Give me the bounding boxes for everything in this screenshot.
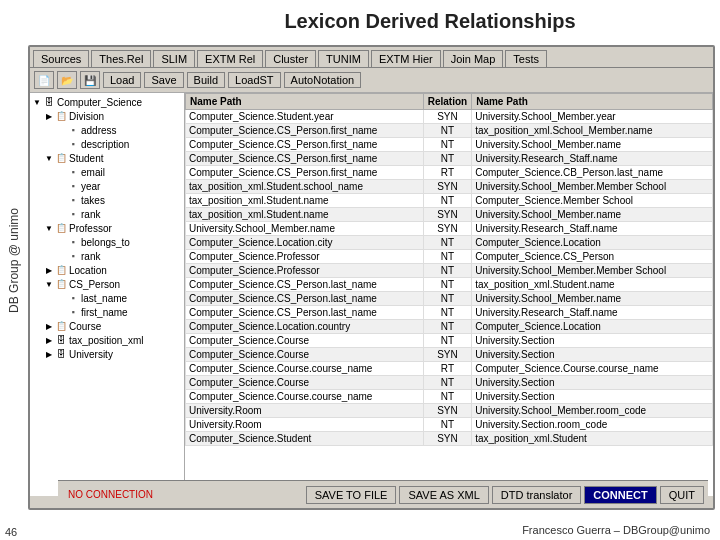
table-header: Relation [423, 94, 471, 110]
save-icon[interactable]: 💾 [80, 71, 100, 89]
tree-item[interactable]: ▼📋Student [32, 151, 182, 165]
table-row[interactable]: University.RoomSYNUniversity.School_Memb… [186, 404, 713, 418]
table-row[interactable]: Computer_Science.CS_Person.last_nameNTUn… [186, 306, 713, 320]
table-row[interactable]: Computer_Science.CS_Person.first_nameRTC… [186, 166, 713, 180]
left-path: Computer_Science.CS_Person.first_name [186, 166, 424, 180]
right-path: Computer_Science.Course.course_name [472, 362, 713, 376]
table-row[interactable]: tax_position_xml.Student.school_nameSYNU… [186, 180, 713, 194]
right-path: University.School_Member.Member School [472, 180, 713, 194]
table-row[interactable]: Computer_Science.CS_Person.last_nameNTUn… [186, 292, 713, 306]
tab-tests[interactable]: Tests [505, 50, 547, 67]
tab-sources[interactable]: Sources [33, 50, 89, 67]
table-row[interactable]: Computer_Science.CourseNTUniversity.Sect… [186, 376, 713, 390]
tree-item[interactable]: ▪rank [32, 207, 182, 221]
tab-cluster[interactable]: Cluster [265, 50, 316, 67]
relation: SYN [423, 208, 471, 222]
table-row[interactable]: Computer_Science.Course.course_nameNTUni… [186, 390, 713, 404]
tree-item[interactable]: ▶🗄University [32, 347, 182, 361]
tree-node-icon: 📋 [55, 320, 67, 332]
table-row[interactable]: Computer_Science.Student.yearSYNUniversi… [186, 110, 713, 124]
table-row[interactable]: Computer_Science.CS_Person.first_nameNTt… [186, 124, 713, 138]
table-row[interactable]: Computer_Science.CS_Person.first_nameNTU… [186, 138, 713, 152]
tree-item[interactable]: ▪takes [32, 193, 182, 207]
table-row[interactable]: tax_position_xml.Student.nameNTComputer_… [186, 194, 713, 208]
tree-item[interactable]: ▪year [32, 179, 182, 193]
new-icon[interactable]: 📄 [34, 71, 54, 89]
tree-toggle[interactable]: ▶ [44, 265, 54, 275]
table-row[interactable]: University.RoomNTUniversity.Section.room… [186, 418, 713, 432]
status-btn-connect[interactable]: CONNECT [584, 486, 656, 504]
table-row[interactable]: Computer_Science.StudentSYNtax_position_… [186, 432, 713, 446]
tree-item[interactable]: ▪address [32, 123, 182, 137]
tree-toggle[interactable]: ▶ [44, 321, 54, 331]
main-panel: SourcesThes.RelSLIMEXTM RelClusterTUNIME… [28, 45, 715, 510]
table-row[interactable]: University.School_Member.nameSYNUniversi… [186, 222, 713, 236]
toolbar-btn-save[interactable]: Save [144, 72, 183, 88]
tab-tunim[interactable]: TUNIM [318, 50, 369, 67]
toolbar-btn-load[interactable]: Load [103, 72, 141, 88]
tree-item[interactable]: ▪rank [32, 249, 182, 263]
relation: NT [423, 236, 471, 250]
left-path: Computer_Science.CS_Person.first_name [186, 124, 424, 138]
toolbar-btn-loadst[interactable]: LoadST [228, 72, 281, 88]
tree-node-icon: 📋 [55, 110, 67, 122]
table-row[interactable]: Computer_Science.CS_Person.first_nameNTU… [186, 152, 713, 166]
slide-number: 46 [5, 526, 17, 538]
table-row[interactable]: Computer_Science.CourseSYNUniversity.Sec… [186, 348, 713, 362]
left-path: Computer_Science.Location.city [186, 236, 424, 250]
relation: RT [423, 166, 471, 180]
table-row[interactable]: Computer_Science.Course.course_nameRTCom… [186, 362, 713, 376]
status-btn-dtd-translator[interactable]: DTD translator [492, 486, 582, 504]
tree-toggle[interactable]: ▼ [32, 97, 42, 107]
tree-item[interactable]: ▪description [32, 137, 182, 151]
tree-item[interactable]: ▪first_name [32, 305, 182, 319]
left-path: Computer_Science.Student.year [186, 110, 424, 124]
status-btn-save-as-xml[interactable]: SAVE AS XML [399, 486, 488, 504]
tree-item[interactable]: ▼🗄Computer_Science [32, 95, 182, 109]
table-row[interactable]: Computer_Science.CS_Person.last_nameNTta… [186, 278, 713, 292]
relation: SYN [423, 180, 471, 194]
right-path: tax_position_xml.Student [472, 432, 713, 446]
right-path: University.School_Member.name [472, 292, 713, 306]
tree-item[interactable]: ▶📋Course [32, 319, 182, 333]
tree-toggle[interactable]: ▼ [44, 223, 54, 233]
tab-slim[interactable]: SLIM [153, 50, 195, 67]
tree-toggle[interactable]: ▶ [44, 349, 54, 359]
tree-toggle[interactable]: ▶ [44, 111, 54, 121]
tree-item[interactable]: ▪belongs_to [32, 235, 182, 249]
tree-item[interactable]: ▪last_name [32, 291, 182, 305]
tree-item[interactable]: ▼📋Professor [32, 221, 182, 235]
tree-item[interactable]: ▼📋CS_Person [32, 277, 182, 291]
open-icon[interactable]: 📂 [57, 71, 77, 89]
toolbar-btn-build[interactable]: Build [187, 72, 225, 88]
relation: NT [423, 292, 471, 306]
status-btn-quit[interactable]: QUIT [660, 486, 704, 504]
toolbar-btn-autonotation[interactable]: AutoNotation [284, 72, 362, 88]
left-path: Computer_Science.Location.country [186, 320, 424, 334]
tree-item[interactable]: ▶📋Division [32, 109, 182, 123]
right-path: tax_position_xml.Student.name [472, 278, 713, 292]
tree-item[interactable]: ▪email [32, 165, 182, 179]
table-row[interactable]: Computer_Science.Location.countryNTCompu… [186, 320, 713, 334]
tree-item-label: Student [69, 153, 103, 164]
relation: NT [423, 264, 471, 278]
status-btn-save-to-file[interactable]: SAVE TO FILE [306, 486, 397, 504]
tree-toggle[interactable]: ▼ [44, 279, 54, 289]
table-row[interactable]: Computer_Science.ProfessorNTComputer_Sci… [186, 250, 713, 264]
tree-item-label: tax_position_xml [69, 335, 143, 346]
tab-extm-rel[interactable]: EXTM Rel [197, 50, 263, 67]
tab-thes-rel[interactable]: Thes.Rel [91, 50, 151, 67]
table-row[interactable]: Computer_Science.ProfessorNTUniversity.S… [186, 264, 713, 278]
tree-toggle[interactable]: ▼ [44, 153, 54, 163]
table-row[interactable]: tax_position_xml.Student.nameSYNUniversi… [186, 208, 713, 222]
tab-extm-hier[interactable]: EXTM Hier [371, 50, 441, 67]
tree-item-label: University [69, 349, 113, 360]
tab-join-map[interactable]: Join Map [443, 50, 504, 67]
tree-toggle[interactable]: ▶ [44, 335, 54, 345]
relation: SYN [423, 348, 471, 362]
tree-item[interactable]: ▶🗄tax_position_xml [32, 333, 182, 347]
table-row[interactable]: Computer_Science.CourseNTUniversity.Sect… [186, 334, 713, 348]
right-path: University.School_Member.name [472, 138, 713, 152]
tree-item[interactable]: ▶📋Location [32, 263, 182, 277]
table-row[interactable]: Computer_Science.Location.cityNTComputer… [186, 236, 713, 250]
